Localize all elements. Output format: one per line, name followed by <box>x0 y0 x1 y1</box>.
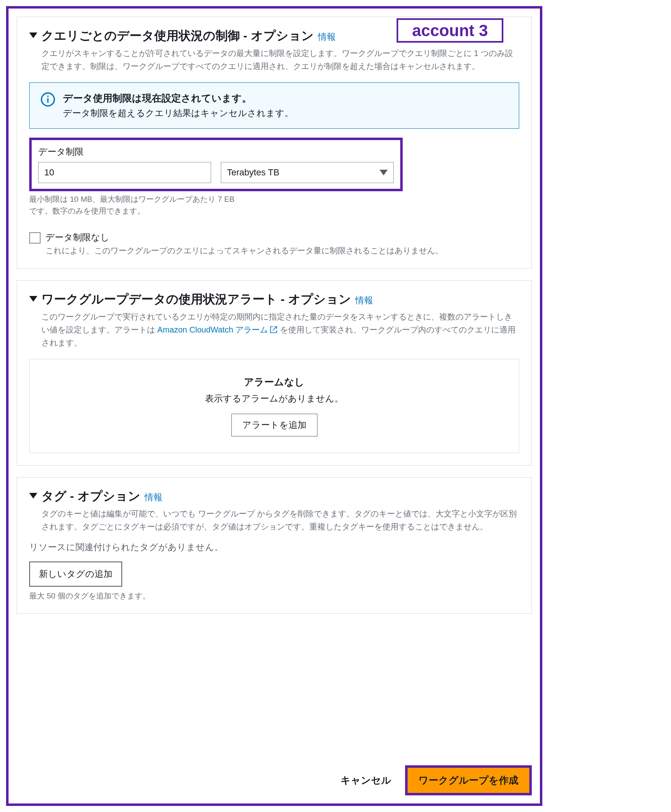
add-tag-button[interactable]: 新しいタグの追加 <box>29 561 122 587</box>
info-link[interactable]: 情報 <box>145 492 162 502</box>
cloudwatch-alarms-link[interactable]: Amazon CloudWatch アラーム <box>158 325 278 334</box>
collapse-triangle-icon <box>29 32 37 38</box>
info-link[interactable]: 情報 <box>355 295 373 305</box>
info-link[interactable]: 情報 <box>318 32 336 42</box>
page-frame: account 3 クエリごとのデータ使用状況の制御 - オプション 情報 クエ… <box>6 6 542 806</box>
collapse-triangle-icon <box>29 296 37 302</box>
panel-description: このワークグループで実行されているクエリが特定の期間内に指定された量のデータをス… <box>41 310 519 349</box>
alarms-empty-box: アラームなし 表示するアラームがありません。 アラートを追加 <box>29 359 519 453</box>
panel-per-query-data-control: クエリごとのデータ使用状況の制御 - オプション 情報 クエリがスキャンすること… <box>17 17 532 269</box>
panel-description: クエリがスキャンすることが許可されているデータの最大量に制限を設定します。ワーク… <box>41 47 519 73</box>
no-data-limit-label: データ制限なし <box>45 231 443 244</box>
annotation-account-badge: account 3 <box>397 18 503 43</box>
svg-point-2 <box>47 95 49 97</box>
panel-description: タグのキーと値は編集が可能で、いつでも ワークグループ からタグを削除できます。… <box>41 507 519 533</box>
panel-tags: タグ - オプション 情報 タグのキーと値は編集が可能で、いつでも ワークグルー… <box>17 477 532 614</box>
highlight-data-limit-field: データ制限 Terabytes TB <box>29 138 403 191</box>
info-banner-sub: データ制限を超えるクエリ結果はキャンセルされます。 <box>63 107 293 119</box>
tags-empty-text: リソースに関連付けられたタグがありません。 <box>29 541 519 553</box>
no-data-limit-checkbox[interactable] <box>29 232 41 244</box>
no-data-limit-desc: これにより、このワークグループのクエリによってスキャンされるデータ量に制限される… <box>45 245 443 256</box>
select-value: Terabytes TB <box>227 167 279 178</box>
field-label-data-limit: データ制限 <box>38 146 394 158</box>
footer-actions: キャンセル ワークグループを作成 <box>17 761 532 795</box>
add-alert-button[interactable]: アラートを追加 <box>231 414 317 436</box>
create-workgroup-button[interactable]: ワークグループを作成 <box>408 768 529 793</box>
collapse-triangle-icon <box>29 493 37 499</box>
panel-title: タグ - オプション <box>41 489 140 503</box>
data-limit-hint: 最小制限は 10 MB、最大制限はワークグループあたり 7 EB です。数字のみ… <box>29 194 240 217</box>
highlight-create-button: ワークグループを作成 <box>405 765 532 795</box>
panel-workgroup-alerts: ワークグループデータの使用状況アラート - オプション 情報 このワークグループ… <box>17 280 532 466</box>
panel-title: ワークグループデータの使用状況アラート - オプション <box>41 292 351 306</box>
alarms-empty-title: アラームなし <box>38 376 511 389</box>
tags-hint: 最大 50 個のタグを追加できます。 <box>29 591 519 601</box>
info-icon <box>40 92 56 107</box>
panel-title: クエリごとのデータ使用状況の制御 - オプション <box>41 29 314 42</box>
alarms-empty-sub: 表示するアラームがありません。 <box>38 393 511 405</box>
data-limit-unit-select[interactable]: Terabytes TB <box>221 162 394 183</box>
cancel-button[interactable]: キャンセル <box>338 773 394 787</box>
data-limit-input[interactable] <box>38 162 211 183</box>
chevron-down-icon <box>380 170 388 175</box>
external-link-icon <box>270 326 278 334</box>
panel-header[interactable]: タグ - オプション 情報 <box>29 488 519 505</box>
info-banner-title: データ使用制限は現在設定されています。 <box>63 92 293 105</box>
info-banner: データ使用制限は現在設定されています。 データ制限を超えるクエリ結果はキャンセル… <box>29 82 519 129</box>
panel-header[interactable]: ワークグループデータの使用状況アラート - オプション 情報 <box>29 291 519 308</box>
